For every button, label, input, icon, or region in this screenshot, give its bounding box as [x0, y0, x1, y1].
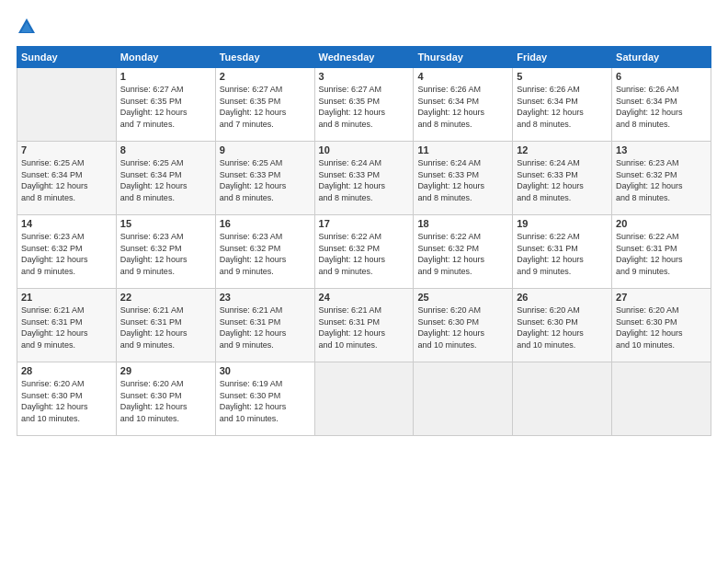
calendar-cell: 17Sunrise: 6:22 AM Sunset: 6:32 PM Dayli… — [314, 215, 414, 289]
calendar-cell: 15Sunrise: 6:23 AM Sunset: 6:32 PM Dayli… — [116, 215, 215, 289]
day-info: Sunrise: 6:23 AM Sunset: 6:32 PM Dayligh… — [220, 231, 311, 277]
day-info: Sunrise: 6:22 AM Sunset: 6:32 PM Dayligh… — [417, 231, 508, 277]
day-info: Sunrise: 6:24 AM Sunset: 6:33 PM Dayligh… — [417, 157, 508, 203]
calendar-cell: 18Sunrise: 6:22 AM Sunset: 6:32 PM Dayli… — [414, 215, 513, 289]
col-header-saturday: Saturday — [612, 47, 711, 68]
day-number: 17 — [319, 218, 410, 229]
day-info: Sunrise: 6:22 AM Sunset: 6:31 PM Dayligh… — [517, 231, 608, 277]
day-number: 11 — [417, 144, 508, 155]
calendar-cell — [414, 362, 513, 436]
day-number: 3 — [319, 71, 410, 82]
logo — [17, 17, 40, 37]
day-number: 7 — [21, 144, 112, 155]
day-number: 24 — [319, 292, 410, 303]
day-info: Sunrise: 6:23 AM Sunset: 6:32 PM Dayligh… — [21, 231, 112, 277]
day-number: 22 — [120, 292, 211, 303]
day-info: Sunrise: 6:23 AM Sunset: 6:32 PM Dayligh… — [120, 231, 211, 277]
calendar-cell: 27Sunrise: 6:20 AM Sunset: 6:30 PM Dayli… — [612, 289, 711, 362]
calendar-week-row: 21Sunrise: 6:21 AM Sunset: 6:31 PM Dayli… — [17, 289, 711, 362]
day-number: 29 — [120, 365, 211, 376]
col-header-monday: Monday — [116, 47, 215, 68]
col-header-friday: Friday — [513, 47, 612, 68]
day-info: Sunrise: 6:22 AM Sunset: 6:32 PM Dayligh… — [319, 231, 410, 277]
day-info: Sunrise: 6:25 AM Sunset: 6:34 PM Dayligh… — [21, 157, 112, 203]
day-info: Sunrise: 6:20 AM Sunset: 6:30 PM Dayligh… — [21, 378, 112, 424]
day-number: 8 — [120, 144, 211, 155]
day-number: 9 — [220, 144, 311, 155]
col-header-wednesday: Wednesday — [314, 47, 414, 68]
day-number: 6 — [616, 71, 707, 82]
day-number: 13 — [616, 144, 707, 155]
calendar-cell: 16Sunrise: 6:23 AM Sunset: 6:32 PM Dayli… — [215, 215, 314, 289]
col-header-sunday: Sunday — [17, 47, 117, 68]
calendar-cell: 13Sunrise: 6:23 AM Sunset: 6:32 PM Dayli… — [612, 142, 711, 215]
calendar-cell: 28Sunrise: 6:20 AM Sunset: 6:30 PM Dayli… — [17, 362, 117, 436]
day-info: Sunrise: 6:23 AM Sunset: 6:32 PM Dayligh… — [616, 157, 707, 203]
col-header-tuesday: Tuesday — [215, 47, 314, 68]
day-number: 16 — [220, 218, 311, 229]
calendar-cell — [513, 362, 612, 436]
calendar-cell: 14Sunrise: 6:23 AM Sunset: 6:32 PM Dayli… — [17, 215, 117, 289]
day-info: Sunrise: 6:26 AM Sunset: 6:34 PM Dayligh… — [517, 84, 608, 130]
calendar-cell: 24Sunrise: 6:21 AM Sunset: 6:31 PM Dayli… — [314, 289, 414, 362]
day-number: 2 — [220, 71, 311, 82]
day-number: 10 — [319, 144, 410, 155]
calendar-cell: 23Sunrise: 6:21 AM Sunset: 6:31 PM Dayli… — [215, 289, 314, 362]
logo-icon — [17, 17, 37, 37]
calendar-cell — [612, 362, 711, 436]
calendar-cell: 8Sunrise: 6:25 AM Sunset: 6:34 PM Daylig… — [116, 142, 215, 215]
day-info: Sunrise: 6:22 AM Sunset: 6:31 PM Dayligh… — [616, 231, 707, 277]
calendar-week-row: 7Sunrise: 6:25 AM Sunset: 6:34 PM Daylig… — [17, 142, 711, 215]
day-info: Sunrise: 6:19 AM Sunset: 6:30 PM Dayligh… — [220, 378, 311, 424]
day-number: 27 — [616, 292, 707, 303]
day-number: 19 — [517, 218, 608, 229]
calendar-cell: 7Sunrise: 6:25 AM Sunset: 6:34 PM Daylig… — [17, 142, 117, 215]
day-number: 28 — [21, 365, 112, 376]
day-info: Sunrise: 6:27 AM Sunset: 6:35 PM Dayligh… — [120, 84, 211, 130]
calendar-cell: 11Sunrise: 6:24 AM Sunset: 6:33 PM Dayli… — [414, 142, 513, 215]
calendar-cell: 9Sunrise: 6:25 AM Sunset: 6:33 PM Daylig… — [215, 142, 314, 215]
day-info: Sunrise: 6:27 AM Sunset: 6:35 PM Dayligh… — [220, 84, 311, 130]
calendar-cell — [17, 68, 117, 142]
day-number: 1 — [120, 71, 211, 82]
day-info: Sunrise: 6:26 AM Sunset: 6:34 PM Dayligh… — [417, 84, 508, 130]
calendar-cell: 12Sunrise: 6:24 AM Sunset: 6:33 PM Dayli… — [513, 142, 612, 215]
calendar-cell: 3Sunrise: 6:27 AM Sunset: 6:35 PM Daylig… — [314, 68, 414, 142]
calendar-cell: 5Sunrise: 6:26 AM Sunset: 6:34 PM Daylig… — [513, 68, 612, 142]
calendar-cell: 26Sunrise: 6:20 AM Sunset: 6:30 PM Dayli… — [513, 289, 612, 362]
calendar-cell: 6Sunrise: 6:26 AM Sunset: 6:34 PM Daylig… — [612, 68, 711, 142]
day-number: 23 — [220, 292, 311, 303]
calendar-table: SundayMondayTuesdayWednesdayThursdayFrid… — [17, 46, 711, 436]
day-info: Sunrise: 6:20 AM Sunset: 6:30 PM Dayligh… — [417, 304, 508, 350]
calendar-week-row: 28Sunrise: 6:20 AM Sunset: 6:30 PM Dayli… — [17, 362, 711, 436]
day-number: 4 — [417, 71, 508, 82]
calendar-cell: 2Sunrise: 6:27 AM Sunset: 6:35 PM Daylig… — [215, 68, 314, 142]
day-number: 12 — [517, 144, 608, 155]
day-info: Sunrise: 6:21 AM Sunset: 6:31 PM Dayligh… — [120, 304, 211, 350]
calendar-cell — [314, 362, 414, 436]
calendar-cell: 22Sunrise: 6:21 AM Sunset: 6:31 PM Dayli… — [116, 289, 215, 362]
day-number: 5 — [517, 71, 608, 82]
day-number: 30 — [220, 365, 311, 376]
day-number: 15 — [120, 218, 211, 229]
calendar-cell: 10Sunrise: 6:24 AM Sunset: 6:33 PM Dayli… — [314, 142, 414, 215]
calendar-cell: 4Sunrise: 6:26 AM Sunset: 6:34 PM Daylig… — [414, 68, 513, 142]
calendar-cell: 1Sunrise: 6:27 AM Sunset: 6:35 PM Daylig… — [116, 68, 215, 142]
day-info: Sunrise: 6:20 AM Sunset: 6:30 PM Dayligh… — [120, 378, 211, 424]
day-info: Sunrise: 6:24 AM Sunset: 6:33 PM Dayligh… — [319, 157, 410, 203]
calendar-cell: 19Sunrise: 6:22 AM Sunset: 6:31 PM Dayli… — [513, 215, 612, 289]
day-number: 21 — [21, 292, 112, 303]
day-info: Sunrise: 6:26 AM Sunset: 6:34 PM Dayligh… — [616, 84, 707, 130]
day-number: 25 — [417, 292, 508, 303]
day-info: Sunrise: 6:21 AM Sunset: 6:31 PM Dayligh… — [21, 304, 112, 350]
day-info: Sunrise: 6:21 AM Sunset: 6:31 PM Dayligh… — [319, 304, 410, 350]
calendar-cell: 21Sunrise: 6:21 AM Sunset: 6:31 PM Dayli… — [17, 289, 117, 362]
calendar-header-row: SundayMondayTuesdayWednesdayThursdayFrid… — [17, 47, 711, 68]
day-number: 18 — [417, 218, 508, 229]
day-info: Sunrise: 6:20 AM Sunset: 6:30 PM Dayligh… — [517, 304, 608, 350]
day-info: Sunrise: 6:27 AM Sunset: 6:35 PM Dayligh… — [319, 84, 410, 130]
calendar-cell: 29Sunrise: 6:20 AM Sunset: 6:30 PM Dayli… — [116, 362, 215, 436]
calendar-cell: 25Sunrise: 6:20 AM Sunset: 6:30 PM Dayli… — [414, 289, 513, 362]
calendar-week-row: 14Sunrise: 6:23 AM Sunset: 6:32 PM Dayli… — [17, 215, 711, 289]
day-info: Sunrise: 6:21 AM Sunset: 6:31 PM Dayligh… — [220, 304, 311, 350]
